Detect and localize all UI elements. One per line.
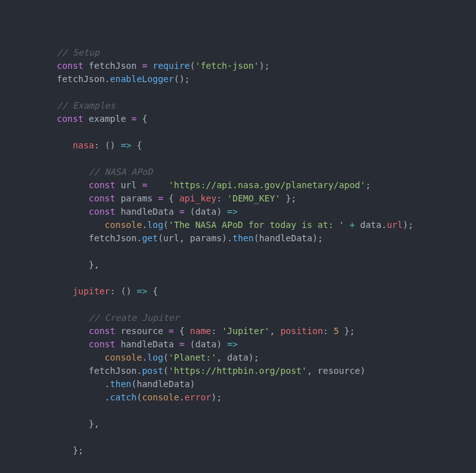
pun: ) xyxy=(259,61,264,71)
comment-setup: // Setup xyxy=(57,47,99,57)
pun: ( xyxy=(190,207,195,217)
fn-then: then xyxy=(232,233,254,243)
kw-const: const xyxy=(89,207,116,217)
var-params: params xyxy=(190,233,222,243)
op-eq: = xyxy=(131,114,136,124)
pun: ( xyxy=(164,352,169,362)
prop-url: url xyxy=(387,220,403,230)
var-handledata: handleData xyxy=(259,233,312,243)
var-handledata: handleData xyxy=(121,207,174,217)
pun: : xyxy=(110,286,115,296)
kw-const: const xyxy=(89,180,116,190)
pun: } xyxy=(344,326,349,336)
obj-console: console xyxy=(105,220,142,230)
fn-get: get xyxy=(142,233,158,243)
kw-const: const xyxy=(89,339,116,349)
pun: ; xyxy=(217,392,222,402)
op-arrow: => xyxy=(227,339,238,349)
pun: , xyxy=(307,366,312,376)
pun: , xyxy=(217,352,222,362)
pun: ; xyxy=(366,180,371,190)
var-resource: resource xyxy=(121,326,163,336)
key-position: position xyxy=(280,326,323,336)
obj-console: console xyxy=(105,352,142,362)
key-apikey: api_key xyxy=(179,193,217,203)
str-apodurl: 'https://api.nasa.gov/planetary/apod' xyxy=(169,180,366,190)
pun: ) xyxy=(217,339,222,349)
fn-log: log xyxy=(147,220,163,230)
str-jupiter: 'Jupiter' xyxy=(222,326,270,336)
pun: ) xyxy=(360,366,366,376)
var-resource: resource xyxy=(318,366,360,376)
pun: ( xyxy=(136,392,141,402)
pun: } xyxy=(73,445,78,455)
pun: ( xyxy=(190,61,195,71)
var-data: data xyxy=(195,207,217,217)
op-arrow: => xyxy=(137,286,148,296)
obj-console: console xyxy=(142,392,179,402)
var-data: data xyxy=(195,339,217,349)
kw-const: const xyxy=(57,114,83,124)
pun: . xyxy=(227,233,232,243)
fn-catch: catch xyxy=(110,392,136,402)
pun: , xyxy=(94,419,99,429)
num-five: 5 xyxy=(333,326,338,336)
kw-const: const xyxy=(89,193,116,203)
comment-jupiter: // Create Jupiter xyxy=(89,313,179,323)
fn-then: then xyxy=(110,379,131,389)
var-fetchjson: fetchJson xyxy=(89,366,137,376)
pun: } xyxy=(286,193,291,203)
pun: ( xyxy=(164,366,169,376)
var-fetchjson: fetchJson xyxy=(89,61,137,71)
pun: : xyxy=(217,193,222,203)
pun: ; xyxy=(408,220,413,230)
pun: ; xyxy=(291,193,296,203)
op-eq: = xyxy=(142,61,147,71)
key-jupiter: jupiter xyxy=(73,286,110,296)
pun: : xyxy=(211,326,217,336)
op-eq: = xyxy=(179,207,184,217)
pun: ) xyxy=(312,233,318,243)
pun: ) xyxy=(249,352,254,362)
str-planet: 'Planet:' xyxy=(169,352,217,362)
pun: { xyxy=(169,193,174,203)
key-nasa: nasa xyxy=(73,140,94,150)
str-demokey: 'DEMO_KEY' xyxy=(227,193,280,203)
str-httpbin: 'https://httpbin.org/post' xyxy=(169,366,307,376)
fn-enablelogger: enableLogger xyxy=(110,74,174,84)
var-handledata: handleData xyxy=(121,339,174,349)
pun: , xyxy=(179,233,184,243)
comment-nasa: // NASA APoD xyxy=(89,167,153,177)
pun: ( xyxy=(158,233,163,243)
pun: , xyxy=(270,326,275,336)
pun: ( xyxy=(174,74,179,84)
pun: . xyxy=(136,366,141,376)
pun: ; xyxy=(265,61,270,71)
str-apodmsg: 'The NASA APoD for today is at: ' xyxy=(169,220,344,230)
pun: ) xyxy=(190,379,195,389)
pun: { xyxy=(137,140,142,150)
pun: ; xyxy=(184,74,189,84)
op-eq: = xyxy=(158,193,163,203)
op-eq: = xyxy=(169,326,174,336)
var-example: example xyxy=(89,114,126,124)
op-plus: + xyxy=(350,220,355,230)
op-arrow: => xyxy=(227,207,238,217)
fn-require: require xyxy=(153,61,190,71)
op-eq: = xyxy=(142,180,147,190)
kw-const: const xyxy=(57,61,83,71)
pun: } xyxy=(89,260,94,270)
pun: ) xyxy=(110,140,115,150)
var-url: url xyxy=(121,180,136,190)
fn-log: log xyxy=(147,352,163,362)
pun: . xyxy=(136,233,141,243)
var-data: data xyxy=(360,220,382,230)
pun: ( xyxy=(121,286,126,296)
pun: ; xyxy=(254,352,259,362)
comment-examples: // Examples xyxy=(57,100,116,111)
pun: ; xyxy=(318,233,323,243)
pun: { xyxy=(153,286,158,296)
op-arrow: => xyxy=(121,140,131,150)
pun: ; xyxy=(350,326,355,336)
kw-const: const xyxy=(89,326,116,336)
